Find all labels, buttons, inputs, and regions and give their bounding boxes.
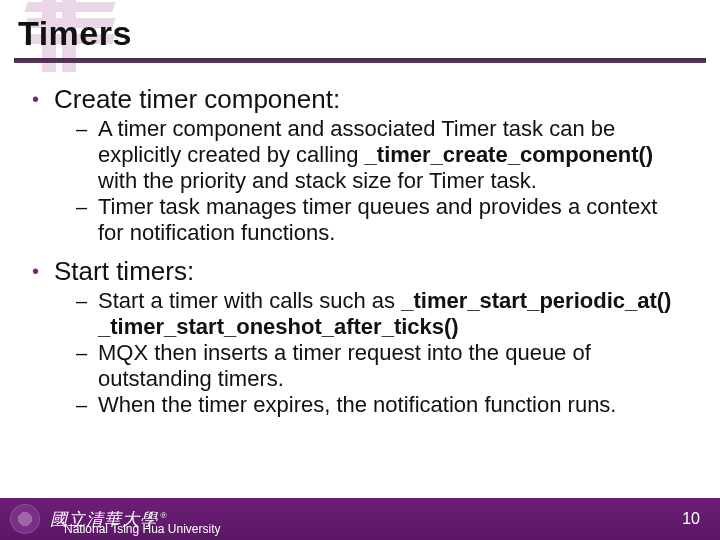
university-name: National Tsing Hua University xyxy=(64,522,221,536)
dash-icon: – xyxy=(76,194,98,246)
sub-bullet-text: MQX then inserts a timer request into th… xyxy=(98,340,688,392)
slide-body: • Create timer component: – A timer comp… xyxy=(32,78,688,418)
sub-bullet: – Timer task manages timer queues and pr… xyxy=(76,194,688,246)
bullet-create-timer: • Create timer component: xyxy=(32,84,688,114)
dash-icon: – xyxy=(76,392,98,418)
bullet-text: Create timer component: xyxy=(54,84,340,114)
bullet-icon: • xyxy=(32,84,54,114)
bullet-text: Start timers: xyxy=(54,256,194,286)
sub-bullet: – MQX then inserts a timer request into … xyxy=(76,340,688,392)
slide: Timers • Create timer component: – A tim… xyxy=(0,0,720,540)
footer: 國立清華大學® National Tsing Hua University 10 xyxy=(0,498,720,540)
sub-bullet-text: A timer component and associated Timer t… xyxy=(98,116,688,194)
sub-bullet-text: Start a timer with calls such as _timer_… xyxy=(98,288,688,340)
sub-bullet: – When the timer expires, the notificati… xyxy=(76,392,688,418)
dash-icon: – xyxy=(76,288,98,340)
sub-bullet-text: When the timer expires, the notification… xyxy=(98,392,616,418)
page-number: 10 xyxy=(682,510,700,528)
dash-icon: – xyxy=(76,340,98,392)
sub-bullet: – A timer component and associated Timer… xyxy=(76,116,688,194)
bullet-start-timers: • Start timers: xyxy=(32,256,688,286)
university-seal-icon xyxy=(10,504,40,534)
bullet-icon: • xyxy=(32,256,54,286)
slide-title: Timers xyxy=(18,14,132,53)
sub-bullet-text: Timer task manages timer queues and prov… xyxy=(98,194,688,246)
dash-icon: – xyxy=(76,116,98,194)
title-underline xyxy=(14,58,706,63)
sub-bullet: – Start a timer with calls such as _time… xyxy=(76,288,688,340)
